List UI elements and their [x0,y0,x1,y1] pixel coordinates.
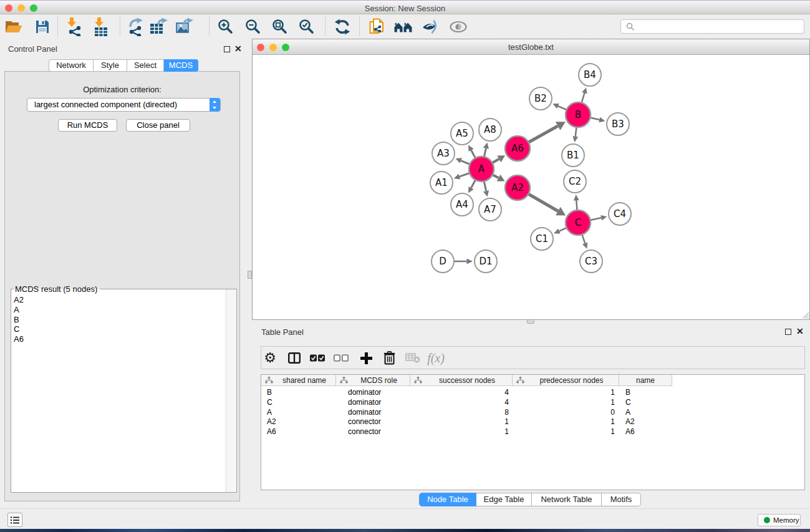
toolbar-separator [325,17,325,36]
open-file-icon[interactable] [4,17,23,36]
export-network-icon[interactable] [127,17,145,36]
cell: 0 [513,408,619,418]
function-builder-icon[interactable]: f(x) [428,351,444,365]
import-network-icon[interactable] [65,17,84,36]
tab-edge-table[interactable]: Edge Table [476,493,532,506]
dropdown-stepper-icon [210,98,220,112]
node-label-A6: A6 [511,143,524,154]
tab-network[interactable]: Network [49,59,94,72]
column-header-predecessor-nodes[interactable]: predecessor nodes [513,375,619,385]
node-table: shared nameMCDS rolesuccessor nodesprede… [261,374,805,490]
memory-button[interactable]: Memory [758,514,801,526]
search-input[interactable] [620,19,804,34]
column-header-successor-nodes[interactable]: successor nodes [410,375,513,385]
show-panels-icon[interactable] [449,17,468,36]
run-mcds-button[interactable]: Run MCDS [58,119,117,132]
fieldset-border-left [11,289,14,289]
cell: dominator [336,388,410,398]
column-header-MCDS-role[interactable]: MCDS role [336,375,410,385]
select-all-icon[interactable] [309,351,325,365]
home-icon[interactable] [394,17,413,36]
resize-grip-icon[interactable] [801,311,809,319]
network-bottom-resize-handle[interactable] [527,320,534,324]
node-label-B4: B4 [584,69,596,80]
session-title: Session: New Session [0,4,810,13]
hide-panels-icon[interactable] [421,17,440,36]
table-row[interactable]: Bdominator41B [261,388,806,398]
clone-network-icon[interactable] [368,17,387,36]
result-scrollbar[interactable] [226,289,236,492]
mcds-result-item[interactable]: A6 [14,334,24,344]
tab-motifs[interactable]: Motifs [602,493,641,506]
mcds-result-box: A2ABCA6 [11,289,237,493]
memory-status-dot [764,517,770,523]
add-row-icon[interactable] [358,351,374,365]
attribute-icon [414,377,422,384]
statusbar-divider [0,508,810,509]
column-header-name[interactable]: name [619,375,672,385]
cell: B [619,388,672,398]
control-panel-close-icon[interactable]: ✕ [234,44,242,54]
network-left-resize-handle[interactable] [248,271,252,279]
zoom-selected-icon[interactable] [297,17,316,36]
tab-network-table[interactable]: Network Table [532,493,602,506]
tab-node-table[interactable]: Node Table [419,493,476,506]
import-table-icon[interactable] [92,17,110,36]
node-table-header: shared nameMCDS rolesuccessor nodesprede… [261,375,672,386]
mcds-result-item[interactable]: C [14,324,24,334]
task-history-button[interactable] [7,513,22,527]
cell: A2 [261,417,336,427]
criterion-dropdown[interactable]: largest connected component (directed) [27,98,221,112]
edge-arrowhead [454,174,460,180]
close-panel-button[interactable]: Close panel [126,119,190,132]
node-label-A8: A8 [484,124,496,135]
tab-style[interactable]: Style [94,59,127,72]
zoom-in-icon[interactable] [216,17,235,36]
edge-arrowhead [600,215,607,221]
table-settings-icon[interactable]: ⚙ [262,351,278,365]
table-row[interactable]: Adominator80A [261,408,806,418]
cell: connector [336,417,410,427]
network-window-title: testGlobe.txt [253,42,809,52]
network-graph[interactable]: AA6A2BCB4B2B3B1A5A8A3A1A4A7C2C4C1C3DD1 [253,55,809,318]
main-toolbar [0,15,810,39]
table-row[interactable]: A6connector11A6 [261,427,806,437]
zoom-out-icon[interactable] [244,17,263,36]
node-label-A5: A5 [456,128,468,139]
cell: 1 [513,388,619,398]
tab-select[interactable]: Select [127,59,164,72]
toolbar-separator [57,17,58,36]
mcds-result-item[interactable]: A [14,305,24,315]
criterion-value: largest connected component (directed) [34,100,177,109]
mcds-result-legend: MCDS result (5 nodes) [15,284,97,294]
refresh-icon[interactable] [333,17,352,36]
deselect-all-icon[interactable] [333,351,349,365]
table-panel-float-icon[interactable] [785,329,791,335]
export-image-icon[interactable] [176,17,195,36]
save-session-icon[interactable] [33,17,52,36]
toolbar-separator [120,17,120,36]
node-label-A2: A2 [511,182,524,193]
network-window-titlebar: testGlobe.txt [253,39,809,55]
mcds-result-item[interactable]: A2 [14,295,24,305]
zoom-fit-icon[interactable] [271,17,289,36]
mcds-result-item[interactable]: B [14,315,24,325]
cell: 1 [410,417,513,427]
table-panel-close-icon[interactable]: ✕ [796,326,804,336]
tab-mcds[interactable]: MCDS [164,59,198,72]
column-header-shared-name[interactable]: shared name [261,375,336,385]
delete-row-icon[interactable] [381,351,397,365]
cell: A [261,408,336,418]
table-row[interactable]: Cdominator41C [261,398,806,408]
table-row[interactable]: A2connector11A2 [261,417,806,427]
control-panel-float-icon[interactable] [224,46,230,52]
node-label-A7: A7 [484,204,496,215]
export-table-icon[interactable] [150,17,168,36]
delete-table-icon[interactable] [405,351,421,365]
cell: connector [336,427,410,437]
fieldset-border-right [100,289,237,289]
edge-arrowhead [572,136,578,142]
node-label-D: D [439,256,446,267]
table-columns-icon[interactable] [286,351,302,365]
control-panel-tabs: Network Style Select MCDS [49,59,198,72]
